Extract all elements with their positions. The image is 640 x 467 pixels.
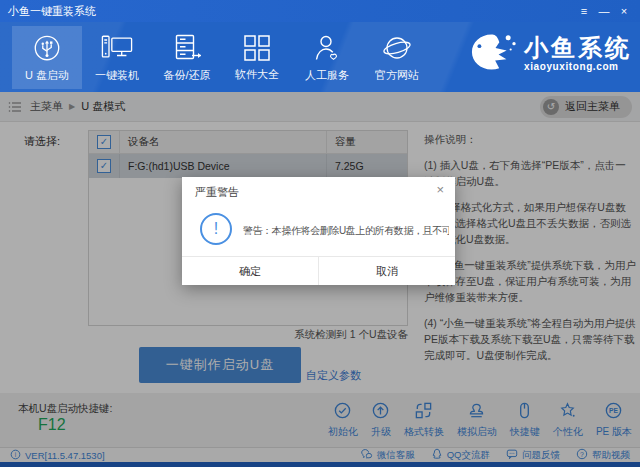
nav-item-label: 一键装机: [95, 68, 139, 83]
nav-item-label: 人工服务: [305, 68, 349, 83]
nav-item-label: 备份/还原: [163, 68, 210, 83]
nav-item-label: 软件大全: [235, 67, 279, 82]
apps-grid-icon: [243, 34, 271, 62]
nav-item-label: U 盘启动: [25, 68, 69, 83]
nav-item-label: 官方网站: [375, 68, 419, 83]
backup-restore-icon: [171, 33, 203, 63]
nav-items: U 盘启动 一键装机: [12, 26, 432, 89]
window-controls: ≡ — ×: [576, 2, 632, 20]
brand-logo: 小鱼系统 xiaoyuxitong.com: [469, 31, 632, 77]
nav-item-usb-boot[interactable]: U 盘启动: [12, 26, 82, 89]
close-button[interactable]: ×: [616, 2, 632, 20]
globe-icon: [382, 33, 412, 63]
nav-item-support[interactable]: 人工服务: [292, 26, 362, 89]
cancel-button[interactable]: 取消: [319, 257, 455, 285]
titlebar: 小鱼一键重装系统 ≡ — ×: [0, 0, 640, 22]
app-window: 小鱼一键重装系统 ≡ — × U 盘启动: [0, 0, 640, 467]
confirm-button[interactable]: 确定: [182, 257, 319, 285]
warning-dialog: 严重警告 × ! 警告：本操作将会删除U盘上的所有数据，且不可恢复 确定 取消: [182, 177, 455, 285]
minimize-button[interactable]: —: [596, 2, 612, 20]
nav-item-backup-restore[interactable]: 备份/还原: [152, 26, 222, 89]
brand-domain: xiaoyuxitong.com: [524, 62, 632, 72]
window-title: 小鱼一键重装系统: [8, 4, 96, 19]
nav-item-website[interactable]: 官方网站: [362, 26, 432, 89]
nav-item-one-key-install[interactable]: 一键装机: [82, 26, 152, 89]
main-nav: U 盘启动 一键装机: [0, 22, 640, 92]
nav-item-software[interactable]: 软件大全: [222, 26, 292, 89]
brand-name: 小鱼系统: [524, 36, 632, 60]
dialog-close-icon[interactable]: ×: [436, 182, 444, 197]
warning-exclamation-icon: !: [200, 213, 232, 245]
menu-button[interactable]: ≡: [576, 2, 592, 20]
dialog-message: 警告：本操作将会删除U盘上的所有数据，且不可恢复: [243, 224, 449, 238]
support-person-icon: [312, 33, 342, 63]
dialog-title: 严重警告: [195, 185, 239, 200]
usb-icon: [32, 33, 62, 63]
fish-logo-icon: [469, 31, 519, 77]
computer-icon: [101, 33, 133, 63]
